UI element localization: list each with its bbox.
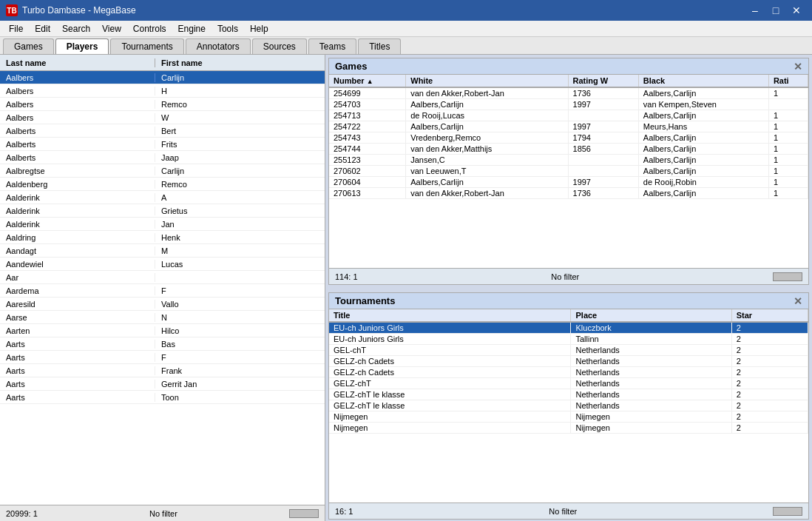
player-row[interactable]: Aalbers Remco <box>0 98 325 111</box>
player-row[interactable]: Aarten Hilco <box>0 324 325 337</box>
table-row[interactable]: Nijmegen Nijmegen 2 <box>329 411 808 423</box>
table-row[interactable]: GELZ-ch Cadets Netherlands 2 <box>329 356 808 367</box>
tournaments-close-button[interactable]: ✕ <box>794 295 802 307</box>
games-col-ratingb[interactable]: Rati <box>768 75 808 87</box>
player-row[interactable]: Aarts Gerrit Jan <box>0 377 325 391</box>
tournaments-table-container[interactable]: Title Place Star EU-ch Juniors Girls Klu… <box>329 309 808 502</box>
player-row[interactable]: Aarts Bas <box>0 337 325 351</box>
tourn-col-star[interactable]: Star <box>731 309 808 322</box>
menu-view[interactable]: View <box>96 21 127 36</box>
player-row[interactable]: Aarts Frank <box>0 364 325 377</box>
menu-help[interactable]: Help <box>244 21 274 36</box>
table-row[interactable]: 270613 van den Akker,Robert-Jan 1736 Aal… <box>329 188 808 199</box>
player-last-name: Aalberts <box>0 127 155 135</box>
game-ratingw <box>568 166 638 177</box>
tourn-col-place[interactable]: Place <box>571 309 731 322</box>
player-list[interactable]: Aalbers Carlijn Aalbers H Aalbers Remco … <box>0 71 325 505</box>
player-row[interactable]: Aaldenberg Remco <box>0 178 325 191</box>
menu-edit[interactable]: Edit <box>29 21 56 36</box>
tournaments-count: 16: 1 <box>335 507 353 516</box>
table-row[interactable]: GELZ-chT le klasse Netherlands 2 <box>329 389 808 400</box>
games-close-button[interactable]: ✕ <box>794 61 802 73</box>
player-first-name: F <box>155 286 325 295</box>
games-scroll-indicator[interactable] <box>773 272 802 281</box>
player-row[interactable]: Aarts Toon <box>0 391 325 404</box>
menu-search[interactable]: Search <box>56 21 96 36</box>
tab-sources[interactable]: Sources <box>252 38 307 54</box>
table-row[interactable]: EU-ch Juniors Girls Kluczbork 2 <box>329 322 808 334</box>
player-row[interactable]: Aalderink Jan <box>0 218 325 231</box>
player-row[interactable]: Aalberts Frits <box>0 138 325 151</box>
table-row[interactable]: 254743 Vredenberg,Remco 1794 Aalbers,Car… <box>329 132 808 144</box>
table-row[interactable]: 254699 van den Akker,Robert-Jan 1736 Aal… <box>329 87 808 99</box>
games-table-container[interactable]: Number White Rating W Black Rati 254699 … <box>329 75 808 268</box>
table-row[interactable]: 270602 van Leeuwen,T Aalbers,Carlijn 1 <box>329 166 808 177</box>
tournaments-header: Tournaments ✕ <box>329 293 808 309</box>
games-col-ratingw[interactable]: Rating W <box>568 75 638 87</box>
player-list-panel: Last name First name Aalbers Carlijn Aal… <box>0 55 325 521</box>
close-button[interactable]: ✕ <box>787 3 806 18</box>
games-col-white[interactable]: White <box>406 75 568 87</box>
player-last-name: Aalderink <box>0 206 155 215</box>
player-scroll-indicator[interactable] <box>289 509 319 518</box>
table-row[interactable]: GELZ-chT Netherlands 2 <box>329 378 808 389</box>
player-row[interactable]: Aaresild Vallo <box>0 298 325 311</box>
tourn-col-title[interactable]: Title <box>329 309 571 322</box>
table-row[interactable]: 254713 de Rooij,Lucas Aalbers,Carlijn 1 <box>329 110 808 121</box>
menu-controls[interactable]: Controls <box>127 21 172 36</box>
section-divider <box>325 286 812 289</box>
player-last-name: Aarse <box>0 313 155 322</box>
table-row[interactable]: GEL-chT Netherlands 2 <box>329 345 808 356</box>
table-row[interactable]: 254722 Aalbers,Carlijn 1997 Meurs,Hans 1 <box>329 121 808 132</box>
player-row[interactable]: Aalberts Bert <box>0 124 325 138</box>
game-ratingw <box>568 110 638 121</box>
game-white: Aalbers,Carlijn <box>406 177 568 188</box>
games-col-black[interactable]: Black <box>638 75 768 87</box>
player-row[interactable]: Aaldring Henk <box>0 231 325 244</box>
player-row[interactable]: Aandagt M <box>0 244 325 258</box>
tournaments-status: 16: 1 No filter <box>329 502 808 519</box>
tab-tournaments[interactable]: Tournaments <box>110 38 183 54</box>
player-row[interactable]: Aardema F <box>0 284 325 298</box>
tourn-place: Netherlands <box>571 400 731 411</box>
tourn-star: 2 <box>731 400 808 411</box>
player-row[interactable]: Aarts F <box>0 351 325 364</box>
player-row[interactable]: Aalderink A <box>0 191 325 204</box>
player-last-name: Aarts <box>0 393 155 402</box>
game-white: Aalbers,Carlijn <box>406 99 568 110</box>
player-row[interactable]: Aalbers H <box>0 84 325 98</box>
menu-file[interactable]: File <box>3 21 29 36</box>
table-row[interactable]: GELZ-ch Cadets Netherlands 2 <box>329 367 808 378</box>
tab-annotators[interactable]: Annotators <box>186 38 251 54</box>
player-row[interactable]: Aalbers Carlijn <box>0 71 325 84</box>
game-white: Aalbers,Carlijn <box>406 121 568 132</box>
tab-titles[interactable]: Titles <box>358 38 401 54</box>
player-row[interactable]: Aalderink Grietus <box>0 204 325 218</box>
table-row[interactable]: 254744 van den Akker,Matthijs 1856 Aalbe… <box>329 144 808 155</box>
tab-games[interactable]: Games <box>3 38 54 54</box>
tab-teams[interactable]: Teams <box>308 38 356 54</box>
player-row[interactable]: Aandewiel Lucas <box>0 258 325 271</box>
player-row[interactable]: Aalbers W <box>0 111 325 124</box>
games-col-number[interactable]: Number <box>329 75 406 87</box>
tournaments-title: Tournaments <box>335 295 395 306</box>
game-ratingw: 1997 <box>568 177 638 188</box>
minimize-button[interactable]: – <box>745 3 765 18</box>
menu-tools[interactable]: Tools <box>212 21 244 36</box>
table-row[interactable]: EU-ch Juniors Girls Tallinn 2 <box>329 334 808 345</box>
table-row[interactable]: GELZ-chT le klasse Netherlands 2 <box>329 400 808 411</box>
player-row[interactable]: Aar <box>0 271 325 284</box>
player-row[interactable]: Aalberts Jaap <box>0 151 325 164</box>
table-row[interactable]: Nijmegen Nijmegen 2 <box>329 423 808 434</box>
tab-players[interactable]: Players <box>55 38 109 54</box>
table-row[interactable]: 270604 Aalbers,Carlijn 1997 de Rooij,Rob… <box>329 177 808 188</box>
tournaments-scroll-indicator[interactable] <box>773 507 802 516</box>
table-row[interactable]: 254703 Aalbers,Carlijn 1997 van Kempen,S… <box>329 99 808 110</box>
table-row[interactable]: 255123 Jansen,C Aalbers,Carlijn 1 <box>329 155 808 166</box>
player-row[interactable]: Aalbregtse Carlijn <box>0 164 325 178</box>
menu-engine[interactable]: Engine <box>172 21 212 36</box>
player-row[interactable]: Aarse N <box>0 311 325 324</box>
tourn-place: Tallinn <box>571 334 731 345</box>
player-first-name: Vallo <box>155 300 325 309</box>
maximize-button[interactable]: □ <box>766 3 785 18</box>
